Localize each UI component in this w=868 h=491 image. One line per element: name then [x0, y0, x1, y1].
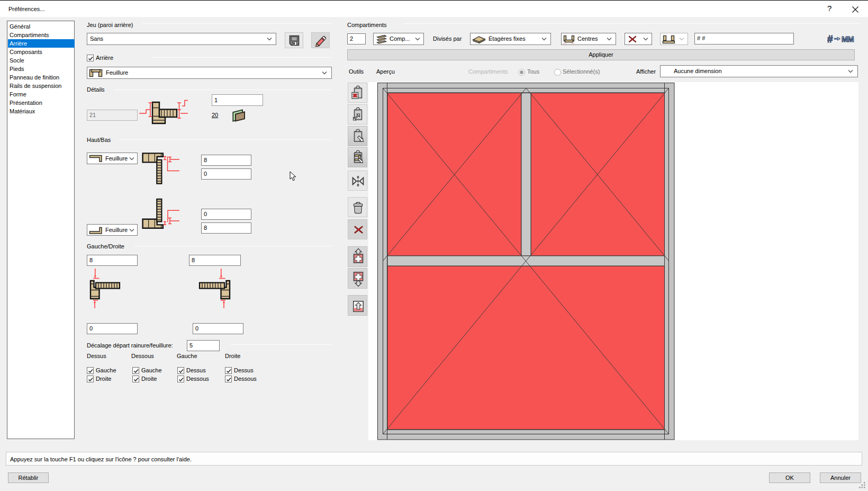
svg-text:MM: MM: [842, 35, 854, 43]
svg-text:#: #: [827, 33, 833, 44]
